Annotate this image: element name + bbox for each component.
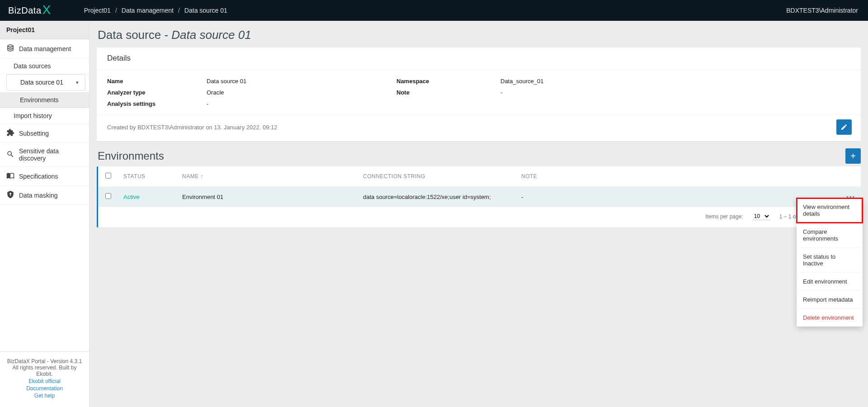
row-context-menu: View environment details Compare environ… [797,198,863,327]
pager-label: Items per page: [705,213,743,220]
sidebar: Project01 Data management Data sources D… [0,21,90,407]
puzzle-icon [6,128,14,138]
add-environment-button[interactable]: + [845,148,861,164]
sidebar-item-data-management[interactable]: Data management [0,39,89,58]
breadcrumb-item-project[interactable]: Project01 [84,7,111,14]
search-icon [6,150,14,160]
sidebar-item-data-masking[interactable]: Data masking [0,186,89,205]
sidebar-project[interactable]: Project01 [0,21,89,39]
details-card-header: Details [98,47,861,70]
env-header-text: Environments [98,150,164,162]
sidebar-item-label: Sensitive data discovery [19,147,83,162]
logo-x-icon: X [42,3,51,17]
breadcrumb-item-ds[interactable]: Data source 01 [184,7,227,14]
detail-label-analyzer: Analyzer type [107,89,207,96]
sidebar-item-label: Data management [19,45,71,52]
edit-icon [840,123,848,131]
row-name: Environment 01 [177,187,358,207]
menu-compare-environments[interactable]: Compare environments [797,223,863,248]
sidebar-item-specifications[interactable]: Specifications [0,167,89,186]
main-content: Data source - Data source 01 Details Nam… [90,21,868,407]
sidebar-sub-label: Data source 01 [20,79,63,86]
shield-icon [6,190,14,200]
book-icon [6,171,14,181]
footer-link-help[interactable]: Get help [5,393,85,399]
menu-set-inactive[interactable]: Set status to Inactive [797,248,863,273]
footer-copyright: All rights reserved. Built by Ekobit. [5,364,85,377]
sidebar-sub-import-history[interactable]: Import history [0,108,89,124]
sidebar-item-sensitive-discovery[interactable]: Sensitive data discovery [0,143,89,167]
table-row[interactable]: Active Environment 01 data source=localo… [98,187,861,207]
sidebar-sub-environments[interactable]: Environments [0,92,89,108]
menu-view-details[interactable]: View environment details [797,198,863,223]
row-status: Active [118,187,177,207]
col-conn[interactable]: CONNECTION STRING [358,166,516,187]
sort-asc-icon: ↑ [201,173,204,180]
detail-value-analyzer: Oracle [207,89,396,96]
environments-table-card: STATUS NAME ↑ CONNECTION STRING NOTE Act… [97,166,861,227]
sidebar-sub-data-source-01[interactable]: Data source 01 ▾ [6,74,85,90]
footer-version: BizDataX Portal - Version 4.3.1 [5,358,85,364]
sidebar-footer: BizDataX Portal - Version 4.3.1 All righ… [0,351,89,407]
edit-button[interactable] [836,119,852,135]
page-title-name: Data source 01 [171,28,251,42]
created-text: Created by BDXTEST3\Administrator on 13.… [107,124,277,131]
menu-reimport-metadata[interactable]: Reimport metadata [797,291,863,309]
col-note[interactable]: NOTE [516,166,838,187]
user-label[interactable]: BDXTEST3\Administrator [786,7,868,14]
environments-section-title: Environments + [98,148,861,164]
detail-value-note: - [500,89,852,96]
sidebar-item-label: Subsetting [19,130,49,137]
sidebar-item-label: Data masking [19,192,58,199]
top-header: BizDataX Project01 / Data management / D… [0,0,868,21]
page-title: Data source - Data source 01 [98,28,861,42]
chevron-down-icon: ▾ [76,80,79,85]
detail-label-settings: Analysis settings [107,100,207,107]
detail-label-name: Name [107,78,207,85]
details-card: Details Name Data source 01 Namespace Da… [97,47,861,141]
sidebar-item-subsetting[interactable]: Subsetting [0,124,89,143]
menu-delete-environment[interactable]: Delete environment [797,309,863,327]
detail-value-name: Data source 01 [207,78,396,85]
detail-value-namespace: Data_source_01 [500,78,852,85]
row-conn: data source=localoracle:1522/xe;user id=… [358,187,516,207]
breadcrumb-sep: / [178,7,180,14]
footer-link-docs[interactable]: Documentation [5,385,85,392]
database-icon [6,44,14,53]
select-all-checkbox[interactable] [105,173,111,179]
logo[interactable]: BizDataX [0,3,59,18]
breadcrumb-item-dm[interactable]: Data management [122,7,174,14]
items-per-page-select[interactable]: 10 [752,213,770,220]
col-status[interactable]: STATUS [118,166,177,187]
detail-value-settings: - [207,100,396,107]
col-name[interactable]: NAME ↑ [177,166,358,187]
page-title-prefix: Data source - [98,28,171,42]
environments-table: STATUS NAME ↑ CONNECTION STRING NOTE Act… [98,166,861,207]
row-checkbox[interactable] [105,193,111,199]
row-note: - [516,187,838,207]
menu-edit-environment[interactable]: Edit environment [797,273,863,291]
footer-link-ekobit[interactable]: Ekobit official [5,378,85,384]
logo-text: BizData [8,5,42,16]
breadcrumb-sep: / [115,7,117,14]
detail-label-namespace: Namespace [396,78,500,85]
detail-label-note: Note [396,89,500,96]
sidebar-item-label: Specifications [19,173,58,180]
breadcrumb: Project01 / Data management / Data sourc… [84,7,227,14]
sidebar-sub-data-sources[interactable]: Data sources [0,58,89,74]
pager: Items per page: 10 1 – 1 of 1 |◂ ◂ ▸ ▸| [98,207,861,226]
